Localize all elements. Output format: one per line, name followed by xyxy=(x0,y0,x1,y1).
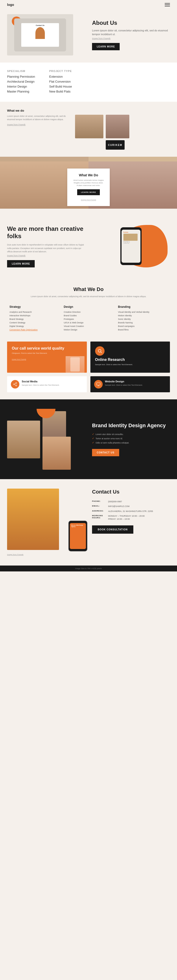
contact-hours-label: WORKING HOURS: xyxy=(92,515,106,519)
social-media-icon xyxy=(11,380,19,388)
brand-contact-us-button[interactable]: CONTACT US xyxy=(92,449,119,456)
laptop-person-shape xyxy=(35,27,45,39)
contact-address-value: ALEXANDRIA, 31 WASHINGTURN STR. 22/05 xyxy=(108,510,153,513)
brand-image-1 xyxy=(7,421,40,458)
strategy-item: Content Strategy xyxy=(10,321,59,324)
svg-line-5 xyxy=(14,385,16,385)
hero-img-credit: Image from Freepik xyxy=(92,37,170,40)
contact-hours-row: WORKING HOURS: MONDAY – THURSDAY 10:00 –… xyxy=(92,515,170,520)
brand-feature: ✓Lorem utur dolor sit consulttu. xyxy=(92,433,170,436)
project-item: Self Build House xyxy=(49,85,72,88)
svg-point-0 xyxy=(98,349,101,352)
contact-hours-value2: FRIDAY: 10:00 – 19:00 xyxy=(108,518,145,521)
wwd-img-credit: Images from Freepik xyxy=(81,199,96,200)
brand-images xyxy=(7,409,85,470)
online-research-text: Sample text. Click to select the Text El… xyxy=(95,363,166,366)
service-cards-row: Social Media Sample text. Click to selec… xyxy=(7,376,170,392)
header: logo xyxy=(0,0,177,10)
wwd1-text: Lorem ipsum dolor sit amet, consectetur … xyxy=(7,115,70,126)
spec-item: Architectural Design xyxy=(7,80,35,83)
svg-point-4 xyxy=(16,385,17,386)
wwd-learn-more-button[interactable]: LEARN MORE xyxy=(77,189,100,195)
strategy-item: Brand Strategy xyxy=(10,318,59,320)
design-item: Visual Asset Creation xyxy=(64,325,113,328)
design-item: Creative Direction xyxy=(64,311,113,313)
design-item: Brand Guides xyxy=(64,314,113,317)
project-type-title: Project type xyxy=(49,70,72,72)
contact-hours-value1: MONDAY – THURSDAY 10:00 – 20:00 xyxy=(108,515,145,518)
branding-item: Motion Identity xyxy=(118,314,167,317)
specialism-title: Specialism xyxy=(7,70,35,72)
contact-text: Contact Us PHONE: (000)000-0987 EMAIL: I… xyxy=(92,488,170,534)
wwd1-image-1 xyxy=(75,115,104,138)
wwd-branding-list: Visual Identity and Verbal Identity Moti… xyxy=(118,311,167,331)
website-design-text: Sample text. Click to select the Text El… xyxy=(105,384,143,387)
person-shape-2 xyxy=(106,115,129,138)
phone-mockup: Portfolio Design Agency Creative work xyxy=(120,227,142,265)
project-type-col: Project type Extension Flat Conversion S… xyxy=(49,70,72,95)
online-research-title: Online Research xyxy=(95,358,166,362)
specialism-list: Planning Permission Architectural Design… xyxy=(7,75,35,93)
branding-item: Brands Naming xyxy=(118,321,167,324)
checkmark-icon: ✓ xyxy=(92,433,94,436)
specialism-col: Specialism Planning Permission Architect… xyxy=(7,70,35,95)
design-item: Motion Design xyxy=(64,329,113,331)
brand-feature: ✓Odio ut sem nulla pharetra volutpat. xyxy=(92,441,170,444)
wwd-col-design: Design Creative Direction Brand Guides P… xyxy=(61,305,116,332)
contact-phone-label: PHONE: xyxy=(92,500,106,502)
svg-line-1 xyxy=(100,352,102,353)
contact-email-value: INFO@SAMPLE.COM xyxy=(108,505,129,508)
call-service-row: Our call service world quality Clicipsum… xyxy=(7,342,170,373)
book-consultation-button[interactable]: BOOK CONSULTATION xyxy=(92,525,133,534)
online-research-card: Online Research Sample text. Click to se… xyxy=(90,342,170,373)
wwd1-image-2 xyxy=(106,115,129,138)
contact-phone-row: PHONE: (000)000-0987 xyxy=(92,500,170,503)
wwd1-content: Lorem ipsum dolor sit amet, consectetur … xyxy=(7,115,170,150)
what-we-do-1-section: What we do Lorem ipsum dolor sit amet, c… xyxy=(0,102,177,157)
creative-text: We are more than creative folks Duis aut… xyxy=(7,225,85,267)
checkmark-icon: ✓ xyxy=(92,441,94,444)
wwd-design-list: Creative Direction Brand Guides Prototyp… xyxy=(64,311,113,331)
hero-learn-more-button[interactable]: LEARN MORE xyxy=(92,43,120,50)
wwd1-images-right: CURIKEM xyxy=(106,115,129,150)
person-shape-1 xyxy=(75,115,104,138)
creative-learn-more-button[interactable]: LEARN MORE xyxy=(7,260,35,267)
svg-point-3 xyxy=(13,384,14,385)
project-item: New Build Flats xyxy=(49,90,72,93)
monitor-icon xyxy=(96,382,100,387)
website-design-title: Website Design xyxy=(105,380,143,383)
hero-section: Contact Us About Us Lorem ipsum dolor si… xyxy=(0,10,177,62)
footer: Image Size is 750 x 4152 pixels xyxy=(0,566,177,571)
contact-person-image xyxy=(7,488,59,550)
strategy-cro-link[interactable]: Conversion Rate Optimization xyxy=(10,329,59,331)
wwd-strategy-list: Analytics and Research Interactive Works… xyxy=(10,311,59,331)
branding-item: Visual Identity and Verbal Identity xyxy=(118,311,167,313)
branding-item: Sonic Identity xyxy=(118,318,167,320)
phone-screen: Portfolio Design Agency Creative work xyxy=(121,230,140,263)
creative-section: We are more than creative folks Duis aut… xyxy=(0,216,177,277)
wwd-full-section: What We Do Lorem ipsum dolor sit amet, c… xyxy=(0,277,177,342)
hero-paragraph: Lorem ipsum dolor sit, consectetur adipi… xyxy=(92,29,170,37)
design-item: Prototypes xyxy=(64,318,113,320)
brand-text: Brand Identity Design Agency ✓Lorem utur… xyxy=(92,422,170,457)
spec-item: Planning Permission xyxy=(7,75,35,78)
call-service-img-credit: Image from Freepik xyxy=(12,358,26,360)
call-service-section: Our call service world quality Clicipsum… xyxy=(0,342,177,399)
laptop-screen: Contact Us xyxy=(21,23,59,47)
contact-section: We are a Web Design Agency Image from Fr… xyxy=(0,479,177,566)
wwd1-logo-text: CURIKEM xyxy=(108,144,123,146)
call-service-text: Clicipsum. First to select the Text Elem… xyxy=(12,352,82,355)
call-service-card-main: Our call service world quality Clicipsum… xyxy=(7,342,87,373)
logo: logo xyxy=(7,3,14,6)
wwd-overlay-card: What We Do Amet luctus venenatis lectus … xyxy=(67,169,110,206)
hamburger-menu[interactable] xyxy=(165,3,170,6)
wwd1-img-credit: Image from Freepik xyxy=(7,123,26,126)
project-item: Flat Conversion xyxy=(49,80,72,83)
branding-item: Brand campaigns xyxy=(118,325,167,328)
creative-image: Portfolio Design Agency Creative work xyxy=(92,227,170,265)
contact-address-row: ADDRESS: ALEXANDRIA, 31 WASHINGTURN STR.… xyxy=(92,510,170,513)
phone-screen-content: Portfolio Design Agency Creative work xyxy=(123,232,139,244)
social-media-card: Social Media Sample text. Click to selec… xyxy=(7,376,87,392)
wwd-col-design-title: Design xyxy=(64,305,113,309)
contact-email-row: EMAIL: INFO@SAMPLE.COM xyxy=(92,505,170,508)
